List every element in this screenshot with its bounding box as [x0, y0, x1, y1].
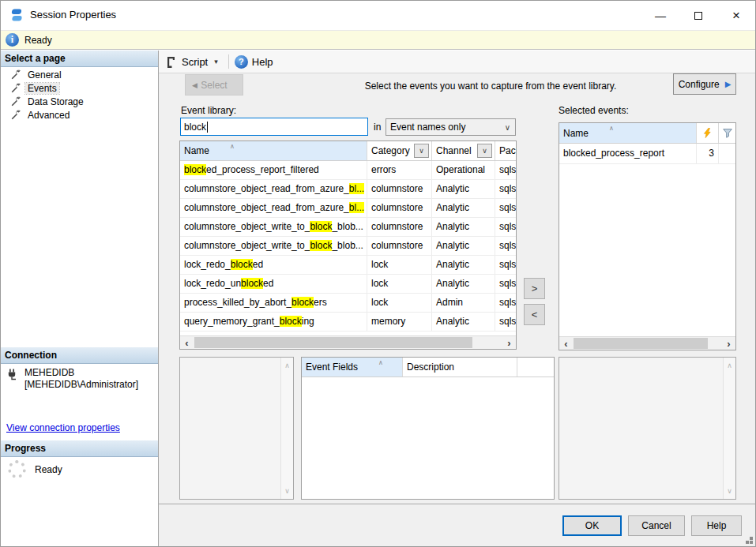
- channel-cell: Operational: [432, 161, 495, 179]
- scroll-left-icon[interactable]: ‹: [180, 336, 194, 349]
- script-dropdown-caret-icon[interactable]: ▾: [214, 58, 218, 66]
- category-filter-dropdown[interactable]: ∨: [414, 144, 429, 158]
- category-cell: lock: [367, 275, 432, 293]
- combo-chevron-icon: ∨: [505, 123, 510, 132]
- resize-grip[interactable]: [750, 541, 753, 544]
- event-name-cell: lock_redo_unblocked: [180, 275, 367, 293]
- close-button[interactable]: ×: [717, 1, 755, 30]
- column-header-label: Event Fields: [306, 362, 358, 373]
- event-fields-header-row: Event Fields ∧ Description: [302, 358, 554, 377]
- header-filter-chevron-icon: ∨: [419, 147, 424, 155]
- event-library-row[interactable]: columnstore_object_read_from_azure_bl...…: [180, 199, 516, 218]
- event-name-cell: blocked_process_report_filtered: [180, 161, 367, 179]
- vertical-scrollbar[interactable]: ∧ ∨: [723, 358, 735, 499]
- search-match-highlight: block: [310, 240, 332, 251]
- event-library-row[interactable]: blocked_process_report_filterederrorsOpe…: [180, 161, 516, 180]
- event-library-search-input[interactable]: block: [180, 118, 368, 136]
- funnel-icon: [722, 128, 733, 138]
- sidebar-item-events[interactable]: Events: [4, 82, 86, 95]
- category-cell: errors: [367, 161, 432, 179]
- add-event-button[interactable]: >: [524, 278, 545, 299]
- sidebar-item-advanced[interactable]: Advanced: [4, 109, 86, 122]
- connection-plug-icon: [6, 369, 21, 381]
- event-library-row[interactable]: query_memory_grant_blockingmemoryAnalyti…: [180, 313, 516, 332]
- vertical-scrollbar[interactable]: ∧ ∨: [280, 358, 293, 499]
- help-button[interactable]: Help: [691, 515, 742, 536]
- channel-filter-dropdown[interactable]: ∨: [477, 144, 492, 158]
- sidebar-item-data-storage[interactable]: Data Storage: [4, 96, 86, 108]
- ok-button[interactable]: OK: [562, 515, 622, 536]
- scroll-down-icon[interactable]: ∨: [724, 485, 735, 497]
- selected-events-label: Selected events:: [559, 105, 629, 116]
- column-header-name[interactable]: Name ∧: [559, 123, 697, 143]
- event-library-row[interactable]: lock_redo_blockedlockAnalyticsqlse: [180, 256, 516, 275]
- event-library-row[interactable]: columnstore_object_write_to_block_blob..…: [180, 218, 516, 237]
- window-title: Session Properties: [30, 9, 116, 21]
- sidebar: Select a page General Events Data Storag…: [1, 51, 159, 546]
- help-icon: ?: [235, 55, 248, 69]
- column-header-channel[interactable]: Channel ∨: [432, 141, 495, 160]
- sidebar-item-label: Data Storage: [25, 96, 86, 107]
- event-library-row[interactable]: process_killed_by_abort_blockerslockAdmi…: [180, 294, 516, 313]
- scrollbar-thumb[interactable]: [194, 337, 472, 348]
- progress-header: Progress: [1, 440, 158, 457]
- category-cell: lock: [367, 256, 432, 274]
- connection-server: MEHEDIDB: [24, 367, 151, 379]
- scroll-left-icon[interactable]: ‹: [559, 337, 573, 350]
- channel-cell: Analytic: [432, 218, 495, 236]
- search-match-highlight: block: [184, 164, 206, 175]
- main-panel: Script ▾ ? Help ◀ Select Select the even…: [159, 51, 755, 546]
- script-button[interactable]: Script: [182, 56, 208, 68]
- scroll-up-icon[interactable]: ∧: [724, 359, 735, 372]
- connection-header: Connection: [1, 347, 158, 364]
- selected-event-row[interactable]: blocked_process_report3: [559, 144, 735, 164]
- event-name-cell: columnstore_object_read_from_azure_bl...: [180, 180, 367, 198]
- column-header-name[interactable]: Name ∧: [180, 141, 367, 160]
- select-button-disabled[interactable]: ◀ Select: [185, 74, 243, 96]
- move-left-icon: <: [532, 309, 538, 320]
- event-library-header-row: Name ∧ Category ∨ Channel ∨ Pack: [180, 141, 516, 161]
- filter-cell: [719, 144, 735, 163]
- category-cell: columnstore: [367, 180, 432, 198]
- event-library-row[interactable]: lock_redo_unblockedlockAnalyticsqlse: [180, 275, 516, 294]
- scroll-down-icon[interactable]: ∨: [281, 485, 293, 497]
- column-header-category[interactable]: Category ∨: [367, 141, 432, 160]
- configure-button-label: Configure: [679, 79, 720, 90]
- sidebar-item-label: General: [25, 69, 64, 81]
- maximize-button[interactable]: [679, 1, 717, 30]
- search-match-highlight: block: [280, 316, 302, 327]
- column-header-blank: [517, 358, 554, 377]
- column-header-event-fields[interactable]: Event Fields ∧: [302, 358, 403, 377]
- channel-cell: Analytic: [432, 256, 495, 274]
- category-cell: lock: [367, 294, 432, 312]
- view-connection-properties-link[interactable]: View connection properties: [6, 422, 120, 433]
- search-scope-dropdown[interactable]: Event names only ∨: [386, 118, 516, 136]
- event-library-row[interactable]: columnstore_object_read_from_azure_bl...…: [180, 180, 516, 199]
- wrench-icon: [10, 110, 21, 121]
- wrench-icon: [10, 69, 21, 81]
- cancel-button[interactable]: Cancel: [628, 515, 685, 536]
- event-library-hscrollbar[interactable]: ‹ ›: [180, 335, 516, 349]
- selected-events-hscrollbar[interactable]: ‹ ›: [559, 336, 735, 350]
- selected-events-table: Name ∧ blocked_process_report3 ‹ ›: [559, 122, 736, 350]
- sidebar-item-general[interactable]: General: [4, 69, 86, 81]
- info-icon: i: [6, 33, 19, 47]
- field-description-panel: ∧ ∨: [559, 357, 736, 500]
- column-header-label: Name: [563, 128, 589, 139]
- minimize-button[interactable]: —: [641, 1, 679, 30]
- scrollbar-thumb[interactable]: [574, 338, 708, 349]
- help-toolbar-button[interactable]: Help: [252, 56, 273, 68]
- column-header-actions[interactable]: [697, 123, 719, 143]
- remove-event-button[interactable]: <: [524, 304, 545, 325]
- actions-count-cell: 3: [697, 144, 719, 163]
- column-header-description[interactable]: Description: [403, 358, 517, 377]
- event-name-cell: columnstore_object_read_from_azure_bl...: [180, 199, 367, 217]
- column-header-filter[interactable]: [719, 123, 735, 143]
- instruction-text: Select the events you want to capture fr…: [293, 81, 688, 92]
- scroll-up-icon[interactable]: ∧: [281, 359, 293, 372]
- scroll-right-icon[interactable]: ›: [502, 336, 516, 349]
- column-header-package[interactable]: Pack: [495, 141, 516, 160]
- event-library-row[interactable]: columnstore_object_write_to_block_blob..…: [180, 237, 516, 256]
- configure-button[interactable]: Configure ▶: [673, 73, 736, 95]
- scroll-right-icon[interactable]: ›: [722, 337, 735, 350]
